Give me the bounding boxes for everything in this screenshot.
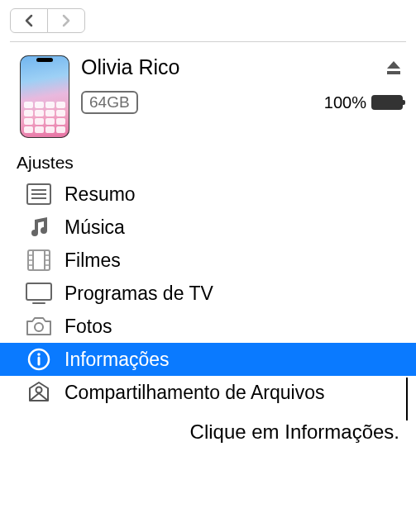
tv-icon xyxy=(25,282,53,305)
info-icon xyxy=(25,348,53,371)
sidebar-item-photos[interactable]: Fotos xyxy=(0,310,416,343)
battery-icon xyxy=(371,95,403,110)
forward-button[interactable] xyxy=(47,8,85,33)
svg-rect-14 xyxy=(26,283,51,300)
device-header: Olivia Rico 64GB 100% xyxy=(0,45,416,145)
sidebar-item-summary[interactable]: Resumo xyxy=(0,178,416,211)
svg-rect-0 xyxy=(387,71,400,74)
device-name: Olivia Rico xyxy=(81,55,179,79)
device-thumbnail xyxy=(20,55,69,138)
battery-status: 100% xyxy=(324,93,403,112)
photos-icon xyxy=(25,315,53,338)
sidebar-item-label: Filmes xyxy=(65,249,121,272)
chevron-left-icon xyxy=(24,14,34,27)
sidebar-item-label: Programas de TV xyxy=(65,283,213,305)
sidebar-item-label: Compartilhamento de Arquivos xyxy=(65,382,325,404)
sidebar-item-label: Música xyxy=(65,216,125,239)
sidebar-item-music[interactable]: Música xyxy=(0,211,416,244)
storage-badge: 64GB xyxy=(81,91,138,114)
summary-icon xyxy=(25,183,53,206)
movies-icon xyxy=(25,249,53,272)
sidebar-list: Resumo Música Filmes Programas de TV Fot… xyxy=(0,178,416,409)
sidebar-item-tv[interactable]: Programas de TV xyxy=(0,277,416,310)
file-sharing-icon xyxy=(25,381,53,404)
sidebar-item-label: Resumo xyxy=(65,183,136,206)
sidebar-item-file-sharing[interactable]: Compartilhamento de Arquivos xyxy=(0,376,416,409)
sidebar-item-label: Fotos xyxy=(65,316,112,338)
sidebar-item-info[interactable]: Informações xyxy=(0,343,416,376)
back-button[interactable] xyxy=(10,8,48,33)
battery-text: 100% xyxy=(324,93,366,112)
svg-point-18 xyxy=(37,353,41,356)
sidebar-item-label: Informações xyxy=(65,349,170,371)
eject-button[interactable] xyxy=(385,59,403,77)
svg-point-20 xyxy=(36,387,42,393)
caption: Clique em Informações. xyxy=(0,420,416,444)
svg-point-16 xyxy=(35,323,43,331)
chevron-right-icon xyxy=(61,14,71,27)
music-icon xyxy=(25,216,53,239)
sidebar-item-movies[interactable]: Filmes xyxy=(0,244,416,277)
section-header-settings: Ajustes xyxy=(0,145,416,178)
eject-icon xyxy=(385,59,403,77)
caption-text: Clique em Informações. xyxy=(190,420,399,444)
divider xyxy=(10,41,406,42)
